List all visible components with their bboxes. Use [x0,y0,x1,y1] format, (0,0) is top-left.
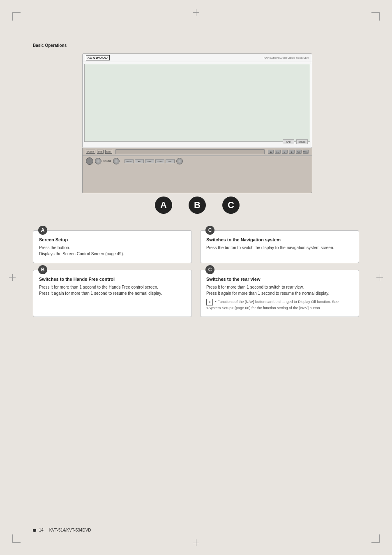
note-icon: ≡ [206,299,213,305]
info-box-a: A Screen Setup Press the button. Display… [33,230,192,263]
btn-next: ▶▶ [275,150,281,154]
btn-fmr: F/MR [145,159,154,163]
label-a: A [155,197,172,214]
hands-free-line2: Press it again for more than 1 second to… [39,291,162,296]
btn-nav: NAV [296,150,302,154]
nav-body: Press the button to switch the display t… [206,245,353,251]
control-panel: DOLBY DTS DVD ◀◀ ▶▶ ■ ▶ NAV MENU [82,148,312,193]
section-header: Basic Operations [33,43,67,48]
logo-area: DOLBY DTS DVD [86,150,112,154]
rear-view-line2: Press it again for more than 1 second to… [206,291,329,296]
corner-mark-tl [12,12,21,21]
dts-badge: DTS [97,150,104,154]
info-box-c-nav: C Switches to the Navigation system Pres… [200,230,359,263]
badge-a: A [38,226,47,235]
rear-view-title: Switches to the rear view [206,277,353,282]
eject-button [176,158,183,164]
page-container: Basic Operations KENWOOD NAVIGATION AUDI… [0,0,392,555]
corner-mark-bl [12,534,21,543]
hands-free-title: Switches to the Hands Free control [39,277,186,282]
info-area: A Screen Setup Press the button. Display… [33,230,359,317]
device-area: KENWOOD NAVIGATION AUDIO VIDEO RECEIVER … [82,53,312,193]
footer-model: KVT-514/KVT-534DVD [49,528,91,532]
disc-slot [115,149,265,154]
corner-mark-br [371,534,380,543]
btn-prev: ◀◀ [268,150,274,154]
btn-menu: MENU [303,150,309,154]
hands-free-body: Press it for more than 1 second to the H… [39,284,186,296]
knob-right [113,158,120,164]
footer-page: 14 [39,528,44,532]
btn-audio: AUDIO [125,159,134,163]
nav-title: Switches to the Navigation system [206,237,353,242]
rear-view-note: • Functions of the [NAV] button can be c… [206,300,339,310]
screen-setup-line2: Displays the Screen Control Screen (page… [39,252,124,256]
info-box-c-rear: C Switches to the rear view Press it for… [200,270,359,317]
device-image: KENWOOD NAVIGATION AUDIO VIDEO RECEIVER … [82,53,312,193]
hands-free-line1: Press it for more than 1 second to the H… [39,285,158,289]
btn-stop: ■ [282,150,288,154]
control-bottom-row: VOL/INE AUDIO AM F/MR TUNER SRC [83,156,312,166]
indicator-radio: ⊕Radio [296,139,308,144]
dolby-badge: DOLBY [86,150,95,154]
screen-setup-body: Press the button. Displays the Screen Co… [39,245,186,257]
label-b: B [189,197,206,214]
device-brand: KENWOOD [86,55,110,60]
btn-am: AM [135,159,144,163]
badge-b: B [38,265,47,274]
rear-view-note-area: ≡ • Functions of the [NAV] button can be… [206,299,353,311]
cross-bottom [193,539,199,546]
rear-view-line1: Press it for more than 1 second to switc… [206,285,304,289]
device-screen: KENWOOD NAVIGATION AUDIO VIDEO RECEIVER … [82,53,312,148]
abc-labels: A B C [82,197,312,214]
btn-src: SRC [166,159,175,163]
screen-top-bar: KENWOOD NAVIGATION AUDIO VIDEO RECEIVER … [83,54,312,62]
cross-top [193,9,199,16]
info-box-b: B Switches to the Hands Free control Pre… [33,270,192,317]
page-footer: 14 KVT-514/KVT-534DVD [33,528,91,532]
screen-setup-title: Screen Setup [39,237,186,242]
cross-left [9,274,16,281]
rear-view-body: Press it for more than 1 second to switc… [206,284,353,296]
badge-c-rear: C [205,265,214,274]
corner-mark-tr [371,12,380,21]
btn-tuner: TUNER [155,159,164,163]
device-indicators: CAD ⊕Radio [283,139,308,144]
screen-setup-line1: Press the button. [39,245,70,250]
device-model: NAVIGATION AUDIO VIDEO RECEIVER [264,57,309,59]
dvd-badge: DVD [105,150,112,154]
knob-left [95,158,101,164]
btn-play: ▶ [289,150,295,154]
label-c: C [222,197,240,214]
screen-display [84,64,310,142]
cross-right [376,274,383,281]
power-button [86,157,93,165]
vol-label: VOL/INE [103,160,111,162]
control-top-row: DOLBY DTS DVD ◀◀ ▶▶ ■ ▶ NAV MENU [83,148,312,156]
indicator-dolby: CAD [283,139,294,144]
footer-dot [33,529,36,532]
badge-c-nav: C [205,226,214,235]
